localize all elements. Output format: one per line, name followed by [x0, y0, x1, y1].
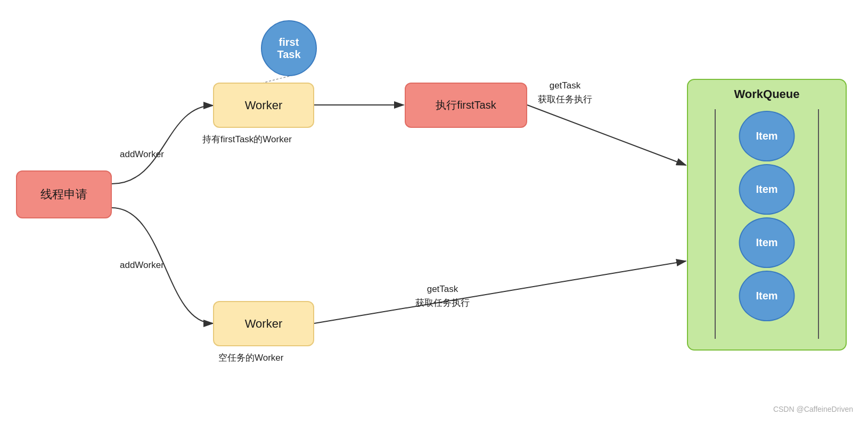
worker-top-label: Worker — [245, 99, 283, 112]
workqueue-title: WorkQueue — [688, 87, 846, 101]
svg-line-4 — [264, 76, 289, 83]
get-task-bottom-line2: 获取任务执行 — [415, 296, 470, 310]
get-task-top-line2: 获取任务执行 — [538, 93, 592, 107]
diagram-container: 线程申请 Worker Worker 执行firstTask first Tas… — [0, 0, 868, 423]
thread-request-label: 线程申请 — [40, 186, 87, 202]
item-label-3: Item — [756, 237, 777, 249]
item-circle-2: Item — [739, 164, 795, 215]
item-circle-3: Item — [739, 217, 795, 268]
wq-line-left — [715, 109, 716, 339]
get-task-bottom-label: getTask 获取任务执行 — [415, 282, 470, 310]
item-circle-4: Item — [739, 271, 795, 321]
worker-top-node: Worker — [213, 83, 314, 128]
first-task-label: first Task — [277, 36, 300, 61]
worker-bottom-label: Worker — [245, 317, 283, 331]
add-worker-top-label: addWorker — [120, 149, 164, 160]
worker-bottom-node: Worker — [213, 301, 314, 346]
item-circle-1: Item — [739, 111, 795, 161]
worker-bottom-sub-label: 空任务的Worker — [218, 352, 283, 364]
wq-line-right — [818, 109, 819, 339]
svg-line-3 — [314, 261, 686, 323]
add-worker-bottom-label: addWorker — [120, 260, 164, 271]
worker-top-sub-label: 持有firstTask的Worker — [202, 133, 292, 145]
first-task-circle: first Task — [261, 20, 317, 76]
get-task-top-label: getTask 获取任务执行 — [538, 79, 592, 106]
item-label-1: Item — [756, 130, 777, 142]
watermark: CSDN @CaffeineDriven — [773, 405, 853, 413]
get-task-bottom-line1: getTask — [415, 282, 470, 296]
workqueue-box: WorkQueue Item Item Item Item — [687, 79, 847, 351]
item-label-2: Item — [756, 183, 777, 196]
thread-request-node: 线程申请 — [16, 170, 112, 218]
item-label-4: Item — [756, 290, 777, 302]
execute-task-node: 执行firstTask — [405, 83, 527, 128]
get-task-top-line1: getTask — [538, 79, 592, 93]
svg-line-2 — [527, 105, 686, 165]
execute-task-label: 执行firstTask — [436, 98, 496, 112]
